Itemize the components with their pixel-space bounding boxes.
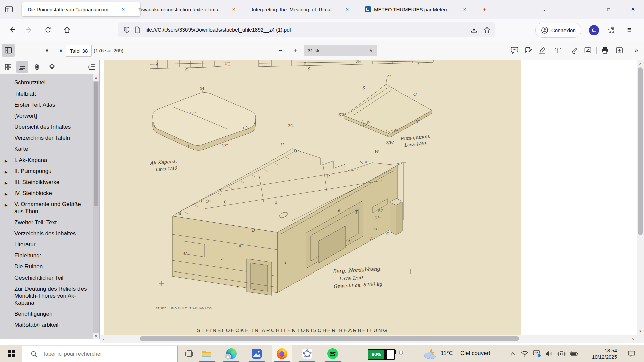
notification-center-button[interactable] (627, 350, 637, 358)
extension-badge-icon[interactable] (589, 25, 599, 35)
extensions-puzzle-button[interactable] (604, 23, 618, 37)
expand-arrow-icon[interactable]: ▶ (5, 180, 7, 187)
scroll-up-arrow[interactable]: ∧ (93, 74, 99, 81)
zoom-select[interactable]: 31 % ∨ (304, 45, 377, 56)
expand-arrow-icon[interactable]: ▶ (5, 169, 7, 176)
outline-item[interactable]: Titelblatt (0, 88, 93, 99)
weather-temp[interactable]: 11°C (441, 350, 453, 357)
tab-tiwanaku[interactable]: Tiwanaku reconstitution texte et ima ✕ (133, 2, 250, 16)
list-all-tabs-button[interactable]: ⌄ (539, 4, 550, 15)
expand-arrow-icon[interactable]: ▶ (5, 202, 7, 209)
clock[interactable]: 18:54 10/12/2025 (585, 347, 617, 360)
outline-item[interactable]: Karte (0, 143, 93, 155)
reload-button[interactable] (41, 23, 55, 37)
tab-meteo[interactable]: METEO THUMERIES par Météo- ✕ (361, 2, 477, 16)
weather-condition[interactable]: Ciel couvert (460, 350, 490, 357)
window-maximize-button[interactable]: □ (600, 3, 617, 16)
downloads-icon[interactable] (468, 26, 480, 34)
outline-item[interactable]: ▶IV. Steinblöcke (0, 188, 93, 199)
horizontal-scrollbar[interactable]: ‹ › (100, 335, 637, 343)
battery-widget[interactable]: 90% (368, 349, 395, 360)
taskbar-search[interactable] (22, 346, 178, 362)
tray-expand-button[interactable] (508, 350, 517, 358)
url-text[interactable]: file:///C:/Users/33695/Downloads/stuebel… (145, 27, 468, 33)
zoom-in-button[interactable]: + (289, 44, 302, 57)
pdf-page[interactable]: Ak-Kapana. Lava 1/40 Pumapungu. Lava 1/4… (104, 60, 521, 335)
scrollbar-thumb[interactable] (140, 336, 519, 341)
layers-view-button[interactable] (46, 61, 58, 73)
outline-item[interactable]: ▶I. Ak-Kapana (0, 155, 93, 166)
firefox-view-button[interactable] (3, 4, 15, 15)
draw-tool-button[interactable] (567, 44, 580, 57)
comment-tool-button[interactable] (508, 44, 521, 57)
outline-item[interactable]: [Vorwort] (0, 110, 93, 121)
volume-icon[interactable] (545, 350, 553, 358)
taskbar-file-explorer[interactable] (197, 345, 217, 362)
scroll-left-arrow[interactable]: ‹ (101, 335, 107, 343)
print-button[interactable] (598, 44, 611, 57)
taskbar-firefox[interactable] (272, 345, 292, 362)
thumbnails-view-button[interactable] (2, 61, 14, 73)
outline-item[interactable]: Berichtigungen (0, 308, 93, 319)
forward-button[interactable] (22, 23, 36, 37)
outline-item[interactable]: Verzeichnis des Inhaltes (0, 228, 93, 239)
search-input[interactable] (42, 351, 144, 357)
bookmark-star-icon[interactable] (480, 26, 494, 34)
new-tab-button[interactable]: + (479, 4, 490, 15)
outline-item[interactable]: Schmutztitel (0, 77, 93, 88)
window-minimize-button[interactable]: – (577, 3, 594, 16)
outline-item[interactable]: Erster Teil: Atlas (0, 99, 93, 110)
vertical-scrollbar[interactable]: ∧ ∨ (637, 60, 644, 335)
signature-tool-button[interactable] (522, 44, 535, 57)
current-outline-item-button[interactable] (85, 61, 97, 73)
outline-item[interactable]: Zur Deutung des Reliefs des Monolith-Tho… (0, 283, 93, 308)
scrollbar-thumb[interactable] (638, 67, 643, 235)
taskbar-edge[interactable] (221, 345, 241, 362)
outline-item[interactable]: Zweiter Teil: Text (0, 217, 93, 228)
shield-icon[interactable] (123, 26, 130, 33)
image-tool-button[interactable] (581, 44, 594, 57)
sync-display-icon[interactable] (533, 350, 541, 358)
tab-close-icon[interactable]: ✕ (344, 6, 351, 13)
weather-icon[interactable] (423, 348, 437, 359)
zoom-out-button[interactable]: − (274, 44, 287, 57)
text-tool-button[interactable] (551, 44, 564, 57)
highlight-tool-button[interactable] (536, 44, 548, 57)
scrollbar-thumb[interactable] (94, 82, 98, 206)
page-number-input[interactable] (66, 45, 92, 57)
tab-tiahuanaco[interactable]: Die Ruinenstätte von Tiahuanaco im ✕ (22, 2, 140, 16)
outline-item[interactable]: Literatur (0, 239, 93, 250)
outline-view-button[interactable] (16, 61, 28, 73)
outline-item[interactable]: Übersicht des Inhaltes (0, 121, 93, 132)
outline-item[interactable]: Einleitung: (0, 250, 93, 261)
taskbar-spotify[interactable] (323, 345, 343, 362)
wifi-icon[interactable] (521, 350, 529, 358)
back-button[interactable] (6, 23, 19, 37)
more-tools-button[interactable]: » (630, 44, 643, 57)
page-info-icon[interactable] (135, 26, 141, 33)
start-button[interactable] (3, 345, 19, 362)
outline-item[interactable]: Maßstab/Farbkeil (0, 319, 93, 330)
scroll-down-arrow[interactable]: ∨ (93, 333, 99, 339)
scroll-down-arrow[interactable]: ∨ (637, 328, 644, 334)
tab-close-icon[interactable]: ✕ (231, 6, 237, 13)
scroll-up-arrow[interactable]: ∧ (637, 61, 644, 67)
tab-close-icon[interactable]: ✕ (120, 6, 126, 13)
taskbar-geogebra[interactable] (297, 345, 317, 362)
camera-icon[interactable] (557, 350, 566, 358)
attachments-view-button[interactable] (31, 61, 43, 73)
url-bar[interactable]: file:///C:/Users/33695/Downloads/stuebel… (118, 22, 495, 37)
expand-arrow-icon[interactable]: ▶ (5, 158, 7, 165)
outline-item[interactable]: ▶V. Ornamente und Gefäße aus Thon (0, 199, 93, 217)
next-page-button[interactable]: ∨ (55, 44, 67, 57)
tab-interpreting[interactable]: Interpreting_the_Meaning_of_Ritual_ ✕ (247, 2, 364, 16)
save-button[interactable] (613, 44, 626, 57)
sidebar-scrollbar[interactable]: ∧ ∨ (93, 74, 99, 339)
taskbar-photos[interactable] (247, 345, 267, 362)
toggle-sidebar-button[interactable] (2, 44, 15, 57)
task-view-button[interactable] (179, 345, 199, 362)
outline-item[interactable]: ▶III. Steinbildwerke (0, 177, 93, 188)
tab-close-icon[interactable]: ✕ (462, 6, 468, 13)
previous-page-button[interactable]: ∧ (41, 44, 53, 57)
pdf-viewer[interactable]: Ak-Kapana. Lava 1/40 Pumapungu. Lava 1/4… (100, 60, 637, 335)
